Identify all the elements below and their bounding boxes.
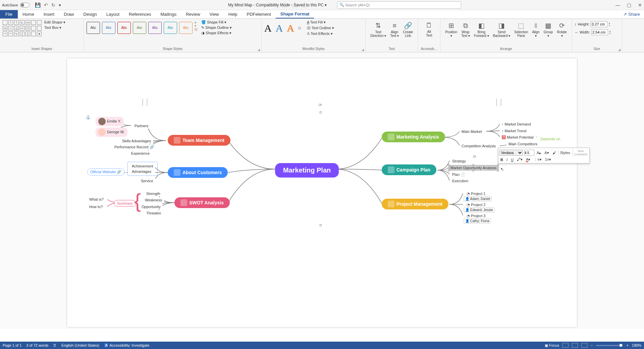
subnode[interactable]: Performance Record 🔗 bbox=[112, 144, 156, 150]
subnode[interactable]: Depends on bbox=[538, 136, 562, 142]
subnode[interactable]: Main Market bbox=[460, 129, 484, 134]
wrap-text-button[interactable]: ⧉Wrap Text ▾ bbox=[459, 20, 472, 39]
node-swot-analysis[interactable]: SWOT Analysis bbox=[174, 197, 230, 208]
save-icon[interactable]: 💾 bbox=[35, 2, 41, 8]
height-spinner[interactable]: ▴▾ bbox=[609, 22, 610, 27]
undo-icon[interactable]: ↶ bbox=[44, 2, 48, 8]
close-button[interactable]: ✕ bbox=[638, 2, 642, 8]
dialog-launcher-icon[interactable]: ◢ bbox=[258, 48, 260, 51]
autosave-toggle[interactable] bbox=[20, 3, 30, 7]
highlight-button[interactable]: 🖍▾ bbox=[516, 157, 524, 162]
search-box[interactable]: 🔍 Search (Alt+Q) bbox=[337, 1, 461, 9]
subnode[interactable]: Opportunity bbox=[140, 204, 163, 209]
shape-effects-button[interactable]: ◑ Shape Effects ▾ bbox=[201, 31, 232, 35]
read-mode-icon[interactable] bbox=[562, 343, 569, 348]
subnode[interactable]: ? Market Potential bbox=[500, 135, 536, 140]
qat-dropdown-icon[interactable]: ▾ bbox=[59, 2, 61, 8]
node-project-management[interactable]: Project Management bbox=[382, 199, 448, 209]
underline-button[interactable]: U bbox=[510, 157, 515, 162]
tab-review[interactable]: Review bbox=[181, 10, 205, 18]
tab-draw[interactable]: Draw bbox=[59, 10, 78, 18]
subnode[interactable]: How to? bbox=[87, 204, 105, 209]
subnode[interactable]: Weakness bbox=[143, 197, 164, 203]
spelling-icon[interactable]: 🗒 bbox=[53, 343, 57, 347]
position-button[interactable]: ⊞Position ▾ bbox=[443, 20, 459, 39]
subnode[interactable]: What is? bbox=[87, 197, 106, 202]
shape-style-preset[interactable]: Abc bbox=[87, 22, 100, 34]
width-spinner[interactable]: ▴▾ bbox=[609, 30, 611, 35]
tab-pdfelement[interactable]: PDFelement bbox=[242, 10, 276, 18]
shape-handle[interactable] bbox=[320, 111, 322, 113]
assignee-box[interactable]: 👤 Adam; Daniel bbox=[464, 196, 492, 201]
subnode[interactable]: Advantages bbox=[130, 169, 155, 174]
subnode[interactable]: Execution bbox=[450, 178, 470, 184]
subnode[interactable]: Plan 📄 bbox=[450, 172, 467, 178]
font-color-button[interactable]: A▾ bbox=[525, 157, 531, 162]
shape-style-preset[interactable]: Abc bbox=[148, 22, 162, 34]
shape-fill-button[interactable]: 🪣 Shape Fill ▾ bbox=[201, 20, 232, 24]
numbering-button[interactable]: 1≡▾ bbox=[544, 157, 552, 162]
text-box-button[interactable]: Text Box ▾ bbox=[44, 26, 65, 30]
shape-style-preset[interactable]: Abc bbox=[117, 22, 131, 34]
person-tag[interactable]: Emilie Y. bbox=[96, 117, 124, 126]
shrink-font-icon[interactable]: A▾ bbox=[543, 150, 550, 155]
dialog-launcher-icon[interactable]: ◢ bbox=[618, 48, 621, 51]
style-gallery-scroll[interactable]: ▴▾⊟ bbox=[195, 20, 197, 35]
tab-references[interactable]: References bbox=[124, 10, 156, 18]
language-indicator[interactable]: English (United States) bbox=[61, 343, 99, 347]
subnode[interactable]: Service bbox=[139, 178, 155, 184]
assignee-box[interactable]: 👤 Edward; Jessie bbox=[464, 207, 495, 212]
node-campaign-plan[interactable]: Campaign Plan bbox=[382, 164, 436, 175]
italic-button[interactable]: I bbox=[505, 157, 508, 162]
tab-design[interactable]: Design bbox=[79, 10, 102, 18]
new-comment-button[interactable]: New Comment bbox=[573, 149, 588, 156]
wordart-preset[interactable]: A bbox=[276, 22, 283, 34]
send-backward-button[interactable]: ◨Send Backward ▾ bbox=[491, 20, 513, 39]
wordart-preset[interactable]: A bbox=[287, 22, 294, 34]
subnode[interactable]: ↑ Market Demand bbox=[500, 121, 533, 127]
subnode[interactable]: ◔ Project 2 bbox=[465, 202, 487, 208]
subnode[interactable]: ↑ Market Trend bbox=[500, 128, 528, 134]
word-count[interactable]: 3 of 72 words bbox=[26, 343, 48, 347]
bold-button[interactable]: B bbox=[499, 157, 504, 162]
page-indicator[interactable]: Page 1 of 1 bbox=[3, 343, 21, 347]
rotate-button[interactable]: ⟳Rotate ▾ bbox=[555, 20, 569, 39]
wordart-preset[interactable]: A bbox=[264, 22, 272, 34]
tab-insert[interactable]: Insert bbox=[39, 10, 59, 18]
bullets-button[interactable]: ⋮≡▾ bbox=[533, 157, 542, 162]
selection-pane-button[interactable]: ⬚Selection Pane bbox=[512, 20, 530, 39]
maximize-button[interactable]: ▢ bbox=[627, 2, 631, 8]
file-tab[interactable]: File bbox=[0, 10, 18, 18]
align-button[interactable]: ⫴Align ▾ bbox=[530, 20, 541, 39]
subnode[interactable]: Skills Advantages bbox=[120, 138, 153, 144]
subnode[interactable]: Strategy bbox=[450, 158, 468, 164]
font-select[interactable]: Verdana bbox=[499, 150, 523, 156]
tab-help[interactable]: Help bbox=[224, 10, 242, 18]
zoom-level[interactable]: 190% bbox=[632, 343, 641, 347]
node-marketing-analysis[interactable]: Marketing Analysis bbox=[382, 132, 445, 142]
height-input[interactable] bbox=[591, 21, 607, 27]
subnode[interactable]: ◔ Project 3 bbox=[465, 213, 487, 219]
shape-style-preset[interactable]: Abc bbox=[102, 22, 115, 34]
zoom-slider[interactable] bbox=[596, 345, 623, 346]
redo-icon[interactable]: ↻ bbox=[51, 2, 55, 8]
dashed-group[interactable]: Achievement Advantages bbox=[127, 162, 158, 176]
shape-style-preset[interactable]: Abc bbox=[164, 22, 177, 34]
zoom-in-button[interactable]: + bbox=[626, 343, 628, 347]
link-tag[interactable]: Official Website 🔗 bbox=[87, 168, 124, 176]
zoom-out-button[interactable]: − bbox=[591, 343, 593, 347]
assignee-box[interactable]: 👤 Cathy; Fiona bbox=[464, 218, 491, 223]
tab-view[interactable]: View bbox=[205, 10, 224, 18]
subnode[interactable]: Competition Analysis bbox=[460, 143, 498, 149]
width-input[interactable] bbox=[591, 29, 608, 35]
share-button[interactable]: ↗Share bbox=[619, 10, 644, 18]
focus-mode[interactable]: ▣ Focus bbox=[545, 343, 559, 348]
align-text-button[interactable]: ≡Align Text ▾ bbox=[388, 20, 401, 39]
dialog-launcher-icon[interactable]: ◢ bbox=[362, 48, 364, 51]
tab-layout[interactable]: Layout bbox=[102, 10, 124, 18]
subnode[interactable]: Partners bbox=[132, 123, 151, 129]
node-about-customers[interactable]: About Customers bbox=[168, 167, 228, 178]
create-link-button[interactable]: 🔗Create Link bbox=[401, 20, 415, 39]
subnode[interactable]: Strength bbox=[144, 191, 162, 196]
tab-home[interactable]: Home bbox=[18, 10, 39, 18]
